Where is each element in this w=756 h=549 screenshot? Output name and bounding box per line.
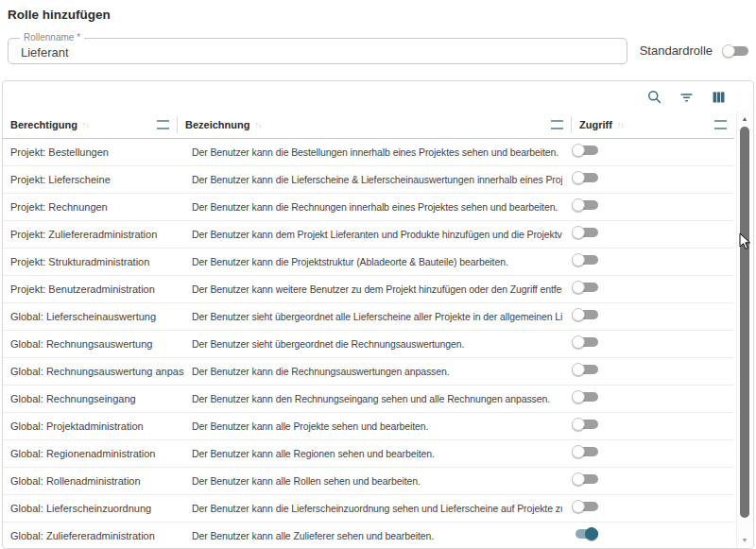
access-cell: [562, 527, 734, 544]
toggle-knob: [572, 445, 585, 458]
standard-role-label: Standardrolle: [640, 43, 713, 58]
description-cell: Der Benutzer kann die Rechnungsauswertun…: [184, 366, 562, 377]
columns-icon[interactable]: [710, 88, 727, 105]
table-row: Global: Lieferscheinauswertung Der Benut…: [3, 303, 734, 331]
rolename-input[interactable]: [9, 39, 627, 63]
access-cell: [562, 472, 734, 489]
toggle-knob: [572, 253, 585, 266]
access-toggle[interactable]: [572, 390, 598, 403]
column-resize-handle[interactable]: [551, 120, 563, 129]
access-cell: [562, 308, 734, 325]
access-cell: [562, 335, 734, 352]
description-cell: Der Benutzer kann alle Regionen sehen un…: [184, 448, 562, 459]
permission-cell: Projekt: Strukturadministration: [3, 256, 184, 267]
toggle-knob: [572, 308, 585, 321]
access-toggle[interactable]: [572, 472, 598, 486]
search-icon[interactable]: [645, 88, 662, 105]
column-header-berechtigung[interactable]: Berechtigung: [3, 112, 177, 138]
table-row: Projekt: Benutzeradministration Der Benu…: [3, 276, 734, 303]
column-header-zugriff[interactable]: Zugriff: [572, 112, 734, 138]
permission-cell: Projekt: Rechnungen: [3, 201, 184, 213]
toggle-knob: [572, 418, 585, 431]
access-cell: [562, 500, 734, 517]
scroll-up-icon[interactable]: [737, 113, 752, 125]
sort-icon: [82, 120, 89, 129]
toggle-knob: [585, 527, 598, 540]
access-cell: [562, 281, 734, 298]
column-resize-handle[interactable]: [157, 120, 169, 129]
access-cell: [562, 253, 734, 270]
access-toggle[interactable]: [572, 281, 598, 294]
toggle-knob: [572, 281, 585, 294]
access-cell: [562, 171, 734, 188]
permission-cell: Projekt: Lieferscheine: [3, 174, 184, 185]
filter-icon[interactable]: [678, 88, 695, 105]
sort-icon: [617, 120, 624, 129]
permission-cell: Global: Rechnungsauswertung anpassen: [3, 366, 184, 377]
toggle-knob: [572, 144, 585, 157]
access-toggle[interactable]: [572, 363, 598, 376]
scrollbar[interactable]: [736, 112, 752, 548]
table-toolbar: [3, 81, 753, 112]
toggle-knob: [572, 363, 585, 376]
table-row: Projekt: Bestellungen Der Benutzer kann …: [3, 139, 734, 166]
toggle-knob: [572, 472, 585, 486]
permission-cell: Global: Zuliefereradministration: [3, 530, 184, 541]
access-cell: [562, 144, 734, 161]
table-row: Global: Rechnungsauswertung anpassen Der…: [3, 358, 734, 386]
standard-role-toggle[interactable]: [722, 44, 748, 58]
page-title: Rolle hinzufügen: [8, 8, 111, 22]
description-cell: Der Benutzer kann die Rechnungen innerha…: [184, 201, 562, 213]
table-header: Berechtigung Bezeichnung Zugriff: [3, 112, 734, 139]
description-cell: Der Benutzer sieht übergeordnet alle Lie…: [184, 311, 562, 322]
table-row: Global: Projektadministration Der Benutz…: [3, 413, 734, 440]
scroll-down-icon[interactable]: [737, 535, 752, 546]
toggle-knob: [722, 44, 735, 58]
access-toggle[interactable]: [572, 445, 598, 458]
table-row: Projekt: Lieferscheine Der Benutzer kann…: [3, 166, 734, 194]
access-toggle[interactable]: [572, 198, 598, 212]
access-cell: [562, 226, 734, 243]
permission-cell: Global: Rechnungseingang: [3, 393, 184, 404]
description-cell: Der Benutzer kann den Rechnungseingang s…: [184, 393, 562, 404]
description-cell: Der Benutzer kann die Lieferscheinzuordn…: [184, 503, 562, 514]
table-row: Global: Lieferscheinzuordnung Der Benutz…: [3, 495, 734, 523]
column-label: Bezeichnung: [185, 119, 249, 130]
access-cell: [562, 418, 734, 435]
access-toggle[interactable]: [572, 308, 598, 321]
description-cell: Der Benutzer kann die Bestellungen inner…: [184, 146, 562, 158]
access-toggle[interactable]: [572, 335, 598, 349]
access-toggle[interactable]: [572, 527, 598, 540]
toggle-knob: [572, 500, 585, 513]
table-row: Projekt: Zuliefereradministration Der Be…: [3, 221, 734, 249]
access-toggle[interactable]: [572, 253, 598, 266]
access-cell: [562, 445, 734, 462]
permission-cell: Projekt: Benutzeradministration: [3, 283, 184, 295]
toggle-knob: [572, 198, 585, 212]
access-toggle[interactable]: [572, 171, 598, 184]
standard-role-control: Standardrolle: [640, 43, 748, 58]
access-toggle[interactable]: [572, 144, 598, 157]
permission-cell: Global: Rechnungsauswertung: [3, 338, 184, 350]
permission-cell: Global: Projektadministration: [3, 420, 184, 432]
column-label: Berechtigung: [10, 119, 77, 130]
table-row: Projekt: Rechnungen Der Benutzer kann di…: [3, 194, 734, 221]
description-cell: Der Benutzer kann alle Rollen sehen und …: [184, 475, 562, 487]
table-row: Global: Regionenadministration Der Benut…: [3, 440, 734, 468]
description-cell: Der Benutzer kann die Lieferscheine & Li…: [184, 174, 562, 185]
permission-cell: Global: Rollenadministration: [3, 475, 184, 487]
column-resize-handle[interactable]: [714, 120, 727, 129]
access-toggle[interactable]: [572, 418, 598, 431]
permissions-panel: Berechtigung Bezeichnung Zugriff Projekt…: [2, 80, 754, 549]
table-row: Global: Rechnungsauswertung Der Benutzer…: [3, 331, 734, 358]
toggle-knob: [572, 335, 585, 349]
rolename-field: Rollenname *: [8, 38, 627, 64]
column-header-bezeichnung[interactable]: Bezeichnung: [178, 112, 571, 138]
toggle-knob: [572, 390, 585, 403]
scrollbar-thumb[interactable]: [740, 127, 749, 518]
description-cell: Der Benutzer kann die Projektstruktur (A…: [184, 256, 562, 267]
access-toggle[interactable]: [572, 500, 598, 513]
table-row: Global: Rechnungseingang Der Benutzer ka…: [3, 386, 734, 413]
permission-cell: Global: Lieferscheinauswertung: [3, 311, 184, 322]
access-toggle[interactable]: [572, 226, 598, 239]
